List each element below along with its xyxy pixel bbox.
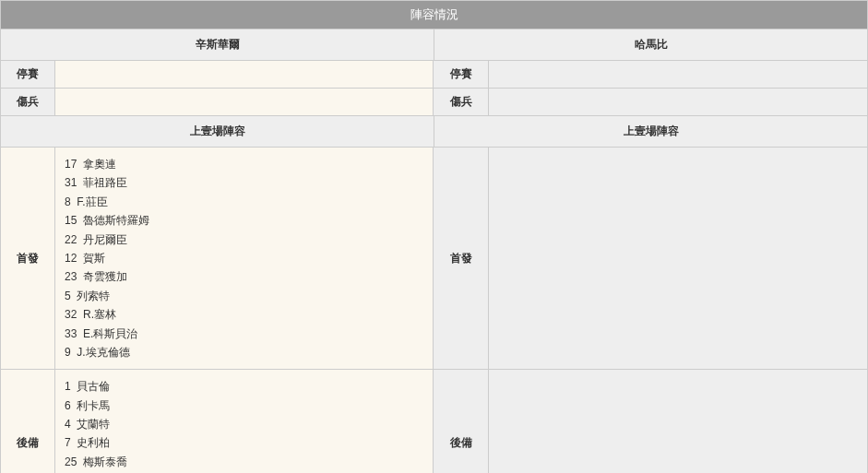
injured-value-left [55, 89, 434, 116]
team-left-header: 辛斯華爾 [0, 30, 434, 61]
suspended-value-right [489, 61, 868, 89]
player-row: 6 利卡馬 [65, 396, 423, 415]
subs-list-left: 1 貝古倫6 利卡馬4 艾蘭特7 史利柏25 梅斯泰喬14 柏迪巴27 B.布祖… [55, 370, 434, 473]
last-lineup-header-right: 上壹場陣容 [434, 116, 868, 148]
injured-value-right [489, 89, 868, 116]
suspended-value-left [55, 61, 434, 89]
player-row: 15 魯德斯特羅姆 [65, 211, 423, 230]
player-row: 31 菲祖路臣 [65, 173, 423, 192]
player-row: 23 奇雲獲加 [65, 267, 423, 286]
injured-label-left: 傷兵 [0, 89, 55, 116]
player-row: 22 丹尼爾臣 [65, 231, 423, 249]
lineup-table: 陣容情況 辛斯華爾 哈馬比 停賽 停賽 傷兵 傷兵 上壹場陣容 上壹場陣容 首發… [0, 0, 868, 473]
injured-label-right: 傷兵 [434, 89, 489, 116]
starting-list-right [489, 148, 868, 370]
player-row: 4 艾蘭特 [65, 415, 423, 433]
subs-label-left: 後備 [0, 370, 55, 473]
subs-list-right [489, 370, 868, 473]
player-row: 25 梅斯泰喬 [65, 453, 423, 471]
player-row: 5 列索特 [65, 287, 423, 305]
player-row: 9 J.埃克倫德 [65, 343, 423, 361]
suspended-label-right: 停賽 [434, 61, 489, 89]
player-row: 8 F.莊臣 [65, 193, 423, 211]
starting-list-left: 17 拿奧連31 菲祖路臣8 F.莊臣15 魯德斯特羅姆22 丹尼爾臣12 賀斯… [55, 148, 434, 370]
last-lineup-header-left: 上壹場陣容 [0, 116, 434, 148]
player-row: 1 貝古倫 [65, 377, 423, 396]
player-row: 12 賀斯 [65, 249, 423, 267]
player-row: 7 史利柏 [65, 433, 423, 452]
subs-label-right: 後備 [434, 370, 489, 473]
suspended-label-left: 停賽 [0, 61, 55, 89]
team-right-header: 哈馬比 [434, 30, 868, 61]
player-row: 32 R.塞林 [65, 305, 423, 324]
player-row: 33 E.科斯貝治 [65, 325, 423, 343]
starting-label-left: 首發 [0, 148, 55, 370]
player-row: 17 拿奧連 [65, 155, 423, 173]
starting-label-right: 首發 [434, 148, 489, 370]
table-title: 陣容情況 [0, 0, 868, 30]
